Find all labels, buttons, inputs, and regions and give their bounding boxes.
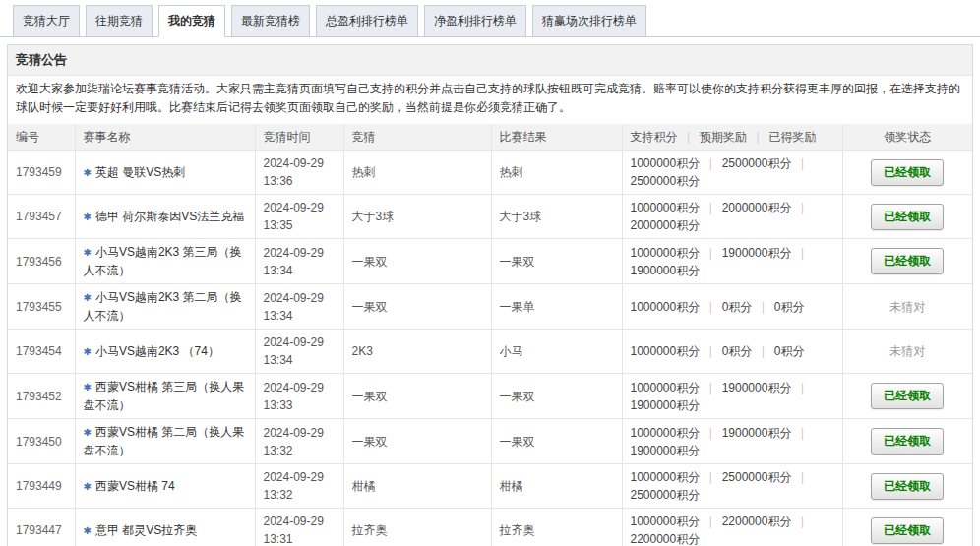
separator: ｜ bbox=[681, 130, 697, 144]
row-event-name: ✱英超 曼联VS热刺 bbox=[75, 151, 255, 195]
row-match-result: 柑橘 bbox=[491, 464, 622, 509]
row-match-result: 热刺 bbox=[491, 151, 622, 195]
row-bet-time: 2024-09-29 13:32 bbox=[255, 464, 343, 509]
row-event-name: ✱西蒙VS柑橘 74 bbox=[75, 464, 255, 509]
row-points: 1000000积分 ｜ 0积分 ｜ 0积分 bbox=[622, 284, 842, 330]
table-row: 1793452✱西蒙VS柑橘 第三局（换人果盘不流）2024-09-29 13:… bbox=[8, 374, 972, 419]
claim-reward-button[interactable]: 已经领取 bbox=[871, 428, 944, 455]
row-claim-status: 已经领取 bbox=[842, 239, 972, 284]
status-not-guessed-text: 未猜对 bbox=[889, 300, 925, 314]
separator: ｜ bbox=[704, 381, 719, 394]
row-bet: 一果双 bbox=[343, 419, 491, 464]
tab-latest-rank[interactable]: 最新竞猜榜 bbox=[231, 5, 310, 37]
my-bets-panel: 竞猜公告 欢迎大家参加柒瑞论坛赛事竞猜活动。大家只需主竞猜页面填写自己支持的积分… bbox=[7, 44, 973, 546]
row-bet: 一果双 bbox=[343, 284, 491, 330]
header-support-points: 支持积分 bbox=[631, 130, 678, 144]
row-points: 1000000积分 ｜ 2500000积分 ｜ 2500000积分 bbox=[622, 151, 842, 195]
tab-total-profit-rank[interactable]: 总盈利排行榜单 bbox=[316, 5, 418, 37]
row-claim-status: 已经领取 bbox=[842, 195, 972, 239]
table-row: 1793459✱英超 曼联VS热刺2024-09-29 13:36热刺热刺100… bbox=[8, 151, 972, 195]
tab-hall[interactable]: 竞猜大厅 bbox=[13, 5, 80, 37]
header-received-reward: 已得奖励 bbox=[768, 130, 816, 144]
row-claim-status: 已经领取 bbox=[842, 374, 972, 419]
row-match-result: 一果双 bbox=[491, 374, 622, 419]
separator: ｜ bbox=[756, 300, 771, 314]
support-points: 1000000积分 bbox=[631, 344, 701, 358]
header-id: 编号 bbox=[8, 124, 75, 151]
row-event-name: ✱小马VS越南2K3 第三局（换人不流） bbox=[75, 239, 255, 284]
star-icon: ✱ bbox=[84, 427, 92, 438]
row-points: 1000000积分 ｜ 2500000积分 ｜ 2500000积分 bbox=[622, 464, 842, 509]
claim-reward-button[interactable]: 已经领取 bbox=[871, 473, 944, 500]
tab-past[interactable]: 往期竞猜 bbox=[86, 5, 153, 37]
header-points: 支持积分 ｜ 预期奖励 ｜ 已得奖励 bbox=[622, 124, 842, 151]
row-bet-time: 2024-09-29 13:36 bbox=[255, 151, 343, 195]
separator: ｜ bbox=[795, 426, 811, 440]
table-row: 1793450✱西蒙VS柑橘 第二局（换人果盘不流）2024-09-29 13:… bbox=[8, 419, 972, 464]
received-reward: 2500000积分 bbox=[631, 488, 701, 502]
row-points: 1000000积分 ｜ 2000000积分 ｜ 2000000积分 bbox=[622, 195, 842, 239]
row-claim-status: 未猜对 bbox=[842, 284, 972, 330]
row-bet: 2K3 bbox=[343, 330, 491, 374]
claim-reward-button[interactable]: 已经领取 bbox=[871, 383, 944, 409]
star-icon: ✱ bbox=[84, 481, 92, 492]
announcement-body: 欢迎大家参加柒瑞论坛赛事竞猜活动。大家只需主竞猜页面填写自己支持的积分并点击自己… bbox=[8, 76, 972, 124]
star-icon: ✱ bbox=[84, 525, 92, 536]
tab-wins-rank[interactable]: 猜赢场次排行榜单 bbox=[532, 5, 646, 37]
header-event: 赛事名称 bbox=[75, 124, 255, 151]
announcement-title: 竞猜公告 bbox=[8, 45, 972, 76]
row-bet: 柑橘 bbox=[343, 464, 491, 509]
support-points: 1000000积分 bbox=[631, 156, 701, 170]
row-event-name: ✱德甲 荷尔斯泰因VS法兰克福 bbox=[75, 195, 255, 239]
separator: ｜ bbox=[750, 130, 766, 144]
row-id: 1793457 bbox=[8, 195, 75, 239]
header-bet: 竞猜 bbox=[343, 124, 491, 151]
row-id: 1793455 bbox=[8, 284, 75, 330]
claim-reward-button[interactable]: 已经领取 bbox=[871, 159, 944, 186]
row-claim-status: 已经领取 bbox=[842, 419, 972, 464]
support-points: 1000000积分 bbox=[631, 300, 701, 314]
row-event-name: ✱小马VS越南2K3 第二局（换人不流） bbox=[75, 284, 255, 330]
row-bet-time: 2024-09-29 13:32 bbox=[255, 419, 343, 464]
support-points: 1000000积分 bbox=[631, 201, 701, 214]
claim-reward-button[interactable]: 已经领取 bbox=[871, 204, 944, 230]
received-reward: 2200000积分 bbox=[631, 532, 701, 546]
support-points: 1000000积分 bbox=[631, 246, 701, 260]
separator: ｜ bbox=[704, 426, 719, 440]
separator: ｜ bbox=[704, 201, 719, 214]
row-claim-status: 未猜对 bbox=[842, 330, 972, 374]
row-bet-time: 2024-09-29 13:34 bbox=[255, 330, 343, 374]
row-claim-status: 已经领取 bbox=[842, 151, 972, 195]
row-bet: 大于3球 bbox=[343, 195, 491, 239]
table-row: 1793456✱小马VS越南2K3 第三局（换人不流）2024-09-29 13… bbox=[8, 239, 972, 284]
separator: ｜ bbox=[704, 300, 719, 314]
separator: ｜ bbox=[704, 470, 719, 484]
expected-reward: 2000000积分 bbox=[722, 201, 792, 214]
row-id: 1793452 bbox=[8, 374, 75, 419]
tab-mine[interactable]: 我的竞猜 bbox=[158, 5, 225, 37]
bets-table: 编号 赛事名称 竞猜时间 竞猜 比赛结果 支持积分 ｜ 预期奖励 ｜ 已得奖励 … bbox=[8, 124, 972, 546]
claim-reward-button[interactable]: 已经领取 bbox=[871, 517, 944, 544]
row-id: 1793449 bbox=[8, 464, 75, 509]
row-match-result: 小马 bbox=[491, 330, 622, 374]
separator: ｜ bbox=[795, 246, 811, 260]
claim-reward-button[interactable]: 已经领取 bbox=[871, 248, 944, 274]
row-id: 1793459 bbox=[8, 151, 75, 195]
status-not-guessed-text: 未猜对 bbox=[889, 344, 925, 358]
separator: ｜ bbox=[795, 201, 811, 214]
row-id: 1793450 bbox=[8, 419, 75, 464]
table-row: 1793457✱德甲 荷尔斯泰因VS法兰克福2024-09-29 13:35大于… bbox=[8, 195, 972, 239]
star-icon: ✱ bbox=[84, 292, 92, 303]
row-event-name: ✱意甲 都灵VS拉齐奥 bbox=[75, 509, 255, 546]
support-points: 1000000积分 bbox=[631, 381, 701, 394]
tab-bar: 竞猜大厅往期竞猜我的竞猜最新竞猜榜总盈利排行榜单净盈利排行榜单猜赢场次排行榜单 bbox=[0, 0, 980, 37]
row-points: 1000000积分 ｜ 2200000积分 ｜ 2200000积分 bbox=[622, 509, 842, 546]
tab-net-profit-rank[interactable]: 净盈利排行榜单 bbox=[424, 5, 526, 37]
separator: ｜ bbox=[704, 515, 719, 528]
support-points: 1000000积分 bbox=[631, 470, 701, 484]
separator: ｜ bbox=[795, 381, 811, 394]
row-claim-status: 已经领取 bbox=[842, 464, 972, 509]
expected-reward: 2200000积分 bbox=[722, 515, 792, 528]
expected-reward: 1900000积分 bbox=[722, 246, 792, 260]
row-points: 1000000积分 ｜ 1900000积分 ｜ 1900000积分 bbox=[622, 239, 842, 284]
